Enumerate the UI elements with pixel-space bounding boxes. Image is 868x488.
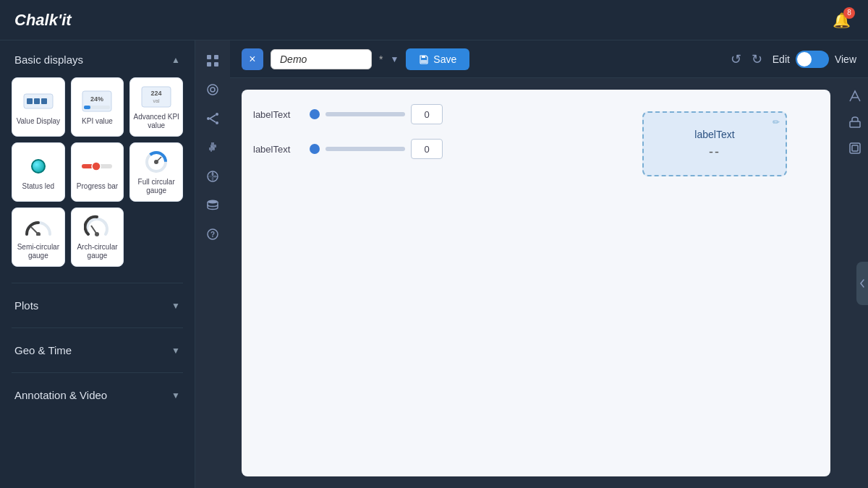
undo-button[interactable]: ↺ bbox=[728, 48, 744, 70]
sidebar-section-label: Basic displays bbox=[14, 53, 83, 66]
app-logo: Chalk'it bbox=[14, 11, 72, 30]
status-led-icon bbox=[21, 153, 56, 179]
collapse-handle[interactable] bbox=[856, 262, 868, 305]
svg-text:224: 224 bbox=[151, 90, 162, 97]
svg-line-21 bbox=[91, 226, 97, 234]
widgets-grid: Value Display 24% KPI value bbox=[0, 72, 195, 273]
unsaved-indicator: * bbox=[379, 53, 383, 65]
right-tool-2[interactable] bbox=[844, 111, 866, 133]
grid-icon-btn[interactable] bbox=[200, 48, 226, 74]
widget-card-full-circular-gauge[interactable]: Full circular gauge bbox=[129, 142, 183, 202]
sidebar-section-annotation: Annotation & Video ▼ bbox=[0, 376, 195, 414]
save-button[interactable]: Save bbox=[406, 48, 469, 70]
connect-icon-btn[interactable] bbox=[200, 106, 226, 132]
sidebar-section-header-plots[interactable]: Plots ▼ bbox=[0, 294, 195, 317]
svg-rect-22 bbox=[207, 55, 211, 59]
svg-point-28 bbox=[207, 117, 210, 120]
svg-line-32 bbox=[210, 119, 216, 122]
advanced-kpi-icon: 224 val bbox=[139, 84, 174, 110]
left-sidebar: Basic displays ▲ Value Display bbox=[0, 40, 195, 488]
svg-rect-3 bbox=[41, 98, 47, 104]
widget-card-progress-bar[interactable]: Progress bar bbox=[71, 142, 124, 202]
notification-button[interactable]: 🔔 8 bbox=[830, 9, 854, 32]
sidebar-section-label: Annotation & Video bbox=[14, 389, 107, 401]
kpi-value-icon: 24% bbox=[80, 88, 114, 114]
center-icon-bar: ? bbox=[195, 40, 230, 488]
svg-rect-37 bbox=[422, 56, 425, 58]
sidebar-section-header-basic[interactable]: Basic displays ▲ bbox=[0, 48, 195, 72]
widget-card-status-led[interactable]: Status led bbox=[12, 142, 65, 202]
widget-label: Semi-circular gauge bbox=[15, 243, 61, 260]
view-label: View bbox=[835, 53, 856, 65]
widget-card-semi-circular-gauge[interactable]: Semi-circular gauge bbox=[12, 207, 65, 267]
toolbar: × * ▼ Save ↺ ↻ Edit View bbox=[230, 40, 868, 78]
row2-value-input[interactable]: 0 bbox=[411, 139, 443, 159]
save-icon bbox=[419, 54, 429, 64]
svg-rect-38 bbox=[421, 60, 427, 63]
pencil-edit-icon[interactable]: ✏ bbox=[773, 117, 780, 127]
sidebar-section-label: Geo & Time bbox=[14, 344, 72, 356]
widget-card-kpi-value[interactable]: 24% KPI value bbox=[71, 77, 124, 137]
close-button[interactable]: × bbox=[242, 48, 263, 70]
chevron-down-icon: ▼ bbox=[171, 390, 180, 401]
redo-button[interactable]: ↻ bbox=[749, 48, 765, 70]
navbar: Chalk'it 🔔 8 bbox=[0, 0, 868, 40]
right-tool-3[interactable] bbox=[844, 137, 866, 159]
notification-badge: 8 bbox=[843, 7, 855, 19]
canvas-viewport: labelText 0 labelText 0 ✏ labelText -- bbox=[230, 78, 868, 488]
svg-line-19 bbox=[31, 227, 38, 234]
widget-card-value-display[interactable]: Value Display bbox=[12, 77, 65, 137]
demo-name-input[interactable] bbox=[271, 49, 372, 69]
svg-point-34 bbox=[208, 200, 218, 204]
layers-icon-btn[interactable] bbox=[200, 77, 226, 103]
edit-view-toggle: Edit View bbox=[773, 51, 856, 68]
navbar-right: 🔔 8 bbox=[830, 9, 854, 32]
selected-widget[interactable]: ✏ labelText -- bbox=[642, 111, 787, 176]
divider-1 bbox=[12, 283, 183, 283]
selected-widget-value: -- bbox=[709, 145, 720, 160]
svg-point-26 bbox=[208, 85, 218, 95]
edit-view-switch[interactable] bbox=[796, 51, 829, 68]
full-circular-gauge-icon bbox=[139, 149, 174, 175]
right-tool-1[interactable] bbox=[844, 85, 866, 107]
svg-point-13 bbox=[92, 162, 101, 171]
svg-point-29 bbox=[216, 113, 218, 116]
value-display-icon bbox=[21, 88, 56, 114]
sidebar-section-header-annotation[interactable]: Annotation & Video ▼ bbox=[0, 383, 195, 407]
row2-slider[interactable] bbox=[326, 147, 405, 151]
chevron-down-icon[interactable]: ▼ bbox=[390, 54, 399, 64]
sidebar-section-header-geo[interactable]: Geo & Time ▼ bbox=[0, 338, 195, 362]
row1-toggle[interactable] bbox=[310, 109, 320, 119]
database-icon-btn[interactable] bbox=[200, 192, 226, 218]
svg-rect-40 bbox=[850, 143, 860, 153]
sidebar-section-label: Plots bbox=[14, 299, 38, 312]
help-icon-btn[interactable]: ? bbox=[200, 221, 226, 247]
svg-rect-2 bbox=[34, 98, 40, 104]
svg-text:?: ? bbox=[210, 231, 215, 239]
widget-label: Progress bar bbox=[77, 182, 118, 191]
svg-rect-24 bbox=[207, 62, 211, 67]
main-layout: Basic displays ▲ Value Display bbox=[0, 40, 868, 488]
sidebar-section-geo-time: Geo & Time ▼ bbox=[0, 331, 195, 369]
svg-line-17 bbox=[156, 157, 161, 162]
widget-label: Value Display bbox=[17, 117, 60, 126]
edit-label: Edit bbox=[773, 53, 790, 65]
sidebar-section-basic-displays: Basic displays ▲ Value Display bbox=[0, 40, 195, 280]
palette-icon-btn[interactable] bbox=[200, 163, 226, 189]
widget-card-arch-circular-gauge[interactable]: Arch-circular gauge bbox=[71, 207, 124, 267]
widget-label: Full circular gauge bbox=[133, 178, 179, 195]
row1-slider[interactable] bbox=[326, 112, 405, 116]
canvas-content: labelText 0 labelText 0 ✏ labelText -- bbox=[242, 90, 830, 476]
row1-value-input[interactable]: 0 bbox=[411, 104, 443, 124]
semi-circular-gauge-icon bbox=[21, 214, 56, 240]
chevron-up-icon: ▲ bbox=[171, 55, 180, 65]
svg-rect-41 bbox=[852, 145, 858, 151]
widget-card-advanced-kpi[interactable]: 224 val Advanced KPI value bbox=[129, 77, 183, 137]
svg-rect-23 bbox=[214, 55, 218, 59]
puzzle-icon-btn[interactable] bbox=[200, 134, 226, 160]
widget-label: Advanced KPI value bbox=[133, 113, 179, 130]
widget-label: Arch-circular gauge bbox=[75, 243, 121, 260]
divider-3 bbox=[12, 372, 183, 373]
arch-circular-gauge-icon bbox=[80, 214, 114, 240]
row2-toggle[interactable] bbox=[310, 144, 320, 154]
